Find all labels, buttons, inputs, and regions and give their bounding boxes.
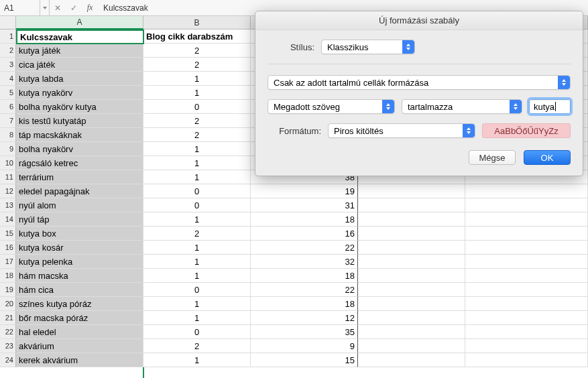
- row-header[interactable]: 17: [0, 255, 16, 269]
- cell[interactable]: 0: [143, 184, 251, 198]
- cancel-icon[interactable]: ✕: [50, 0, 66, 15]
- cell[interactable]: 31: [251, 198, 358, 212]
- cell[interactable]: 1: [143, 353, 251, 367]
- cell[interactable]: 18: [251, 269, 358, 283]
- cell[interactable]: 0: [143, 100, 251, 114]
- row-header[interactable]: 9: [0, 142, 16, 156]
- confirm-icon[interactable]: ✓: [66, 0, 82, 15]
- row-header[interactable]: 15: [0, 227, 16, 241]
- name-box-dropdown-icon[interactable]: [40, 0, 50, 15]
- cell[interactable]: 2: [143, 44, 251, 58]
- row-header[interactable]: 21: [0, 311, 16, 325]
- row-header[interactable]: 18: [0, 269, 16, 283]
- cell[interactable]: 1: [143, 269, 251, 283]
- cell[interactable]: bőr macska póráz: [16, 311, 143, 325]
- cell[interactable]: hal eledel: [16, 325, 143, 339]
- fx-icon[interactable]: fx: [82, 0, 98, 15]
- cell[interactable]: kutya nyakörv: [16, 86, 143, 100]
- cell[interactable]: 1: [143, 156, 251, 170]
- cell[interactable]: [358, 198, 465, 212]
- cell[interactable]: hám macska: [16, 269, 143, 283]
- format-select[interactable]: Piros kitöltés: [328, 123, 475, 138]
- row-header[interactable]: 12: [0, 184, 16, 198]
- cell[interactable]: 0: [143, 198, 251, 212]
- cell[interactable]: 2: [143, 58, 251, 72]
- condition-op-select[interactable]: tartalmazza: [402, 99, 522, 114]
- cell[interactable]: [465, 283, 588, 297]
- cell[interactable]: [465, 297, 588, 311]
- cell[interactable]: cica játék: [16, 58, 143, 72]
- cell[interactable]: 32: [251, 255, 358, 269]
- rule-type-select[interactable]: Csak az adott tartalmú cellák formázása: [268, 75, 571, 90]
- cell[interactable]: [465, 227, 588, 241]
- cell[interactable]: színes kutya póráz: [16, 297, 143, 311]
- row-header[interactable]: 22: [0, 325, 16, 339]
- cell[interactable]: 22: [251, 283, 358, 297]
- cell[interactable]: kutya kosár: [16, 241, 143, 255]
- row-header[interactable]: 11: [0, 170, 16, 184]
- cell[interactable]: kutya box: [16, 227, 143, 241]
- cell[interactable]: [358, 339, 465, 353]
- cell[interactable]: 2: [143, 128, 251, 142]
- cell[interactable]: 18: [251, 297, 358, 311]
- select-all-corner[interactable]: [0, 16, 16, 29]
- cell-A1[interactable]: [16, 29, 143, 44]
- cell[interactable]: 9: [251, 339, 358, 353]
- cell[interactable]: [465, 325, 588, 339]
- cell[interactable]: 16: [251, 227, 358, 241]
- cell[interactable]: 22: [251, 241, 358, 255]
- cell[interactable]: [465, 212, 588, 227]
- cell[interactable]: 0: [143, 325, 251, 339]
- cell[interactable]: 1: [143, 311, 251, 325]
- cell[interactable]: 2: [143, 227, 251, 241]
- row-header[interactable]: 4: [0, 72, 16, 86]
- cell[interactable]: [465, 311, 588, 325]
- cell[interactable]: [358, 311, 465, 325]
- cell[interactable]: 15: [251, 353, 358, 367]
- cell[interactable]: 18: [251, 212, 358, 227]
- cell[interactable]: kutya pelenka: [16, 255, 143, 269]
- cell[interactable]: 1: [143, 142, 251, 156]
- row-header[interactable]: 8: [0, 128, 16, 142]
- cell[interactable]: kutya labda: [16, 72, 143, 86]
- row-header[interactable]: 2: [0, 44, 16, 58]
- cell[interactable]: 1: [143, 255, 251, 269]
- row-header[interactable]: 1: [0, 29, 16, 44]
- cell[interactable]: [465, 269, 588, 283]
- column-header-B[interactable]: B: [143, 16, 251, 29]
- row-header[interactable]: 19: [0, 283, 16, 297]
- cell[interactable]: kutya játék: [16, 44, 143, 58]
- cell[interactable]: 2: [143, 339, 251, 353]
- cell[interactable]: [358, 283, 465, 297]
- cell[interactable]: kis testű kutyatáp: [16, 114, 143, 128]
- cell[interactable]: hám cica: [16, 283, 143, 297]
- column-header-A[interactable]: A: [16, 16, 143, 29]
- cell[interactable]: 0: [143, 283, 251, 297]
- cell[interactable]: 1: [143, 212, 251, 227]
- cell[interactable]: [465, 241, 588, 255]
- cell[interactable]: 1: [143, 86, 251, 100]
- cell[interactable]: [358, 297, 465, 311]
- cell[interactable]: [465, 353, 588, 367]
- condition-value-input[interactable]: kutya: [529, 99, 571, 114]
- row-header[interactable]: 16: [0, 241, 16, 255]
- cell[interactable]: [358, 212, 465, 227]
- row-header[interactable]: 5: [0, 86, 16, 100]
- name-box[interactable]: A1: [0, 0, 40, 15]
- row-header[interactable]: 14: [0, 212, 16, 227]
- row-header[interactable]: 13: [0, 198, 16, 212]
- row-header[interactable]: 3: [0, 58, 16, 72]
- cell[interactable]: [358, 184, 465, 198]
- cancel-button[interactable]: Mégse: [469, 150, 516, 165]
- style-select[interactable]: Klasszikus: [321, 40, 415, 54]
- cell[interactable]: 35: [251, 325, 358, 339]
- cell[interactable]: bolha nyakörv: [16, 142, 143, 156]
- cell[interactable]: 1: [143, 72, 251, 86]
- cell[interactable]: kerek akvárium: [16, 353, 143, 367]
- row-header[interactable]: 6: [0, 100, 16, 114]
- row-header[interactable]: 23: [0, 339, 16, 353]
- cell[interactable]: [465, 184, 588, 198]
- row-header[interactable]: 7: [0, 114, 16, 128]
- row-header[interactable]: 10: [0, 156, 16, 170]
- cell[interactable]: 2: [143, 114, 251, 128]
